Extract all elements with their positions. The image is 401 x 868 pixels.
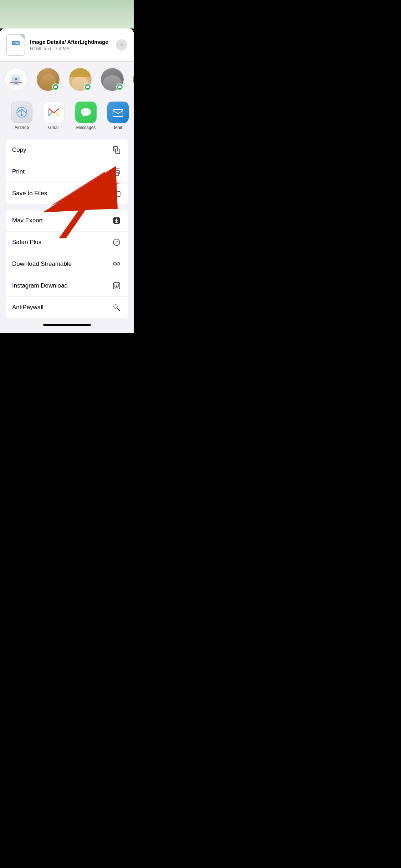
app-gmail[interactable]: Gmail [38,102,70,130]
apps-row: AirDrop Gmail [0,102,134,130]
action-mav-export-label: Mav Export [12,217,43,224]
messages-icon [79,106,92,119]
print-icon [112,167,122,177]
screenshot-icon [112,281,122,291]
file-icon: html [6,34,25,56]
action-safari-plus-label: Safari Plus [12,239,41,246]
download-box-icon-svg [112,216,121,225]
share-sheet: html Image Details/ AfterLightImage HTML… [0,29,134,333]
action-save-to-files[interactable]: Save to Files [6,183,128,204]
download-box-icon [112,216,122,226]
message-badge-icon: 💬 [53,85,58,89]
compass-icon-svg [112,238,121,247]
infinity-icon-svg [112,260,121,268]
airdrop-icon [15,106,28,119]
file-icon-label: html [12,41,20,45]
action-instagram-download[interactable]: Instagram Download [6,275,128,297]
app-mail-label: Mail [114,125,122,130]
svg-point-4 [21,114,23,116]
action-instagram-download-label: Instagram Download [12,282,68,289]
airdrop-contact-icon [8,72,24,87]
mail-icon [112,106,124,119]
action-print-label: Print [12,168,25,175]
action-download-streamable-label: Download Streamable [12,260,72,268]
copy-icon-svg [112,146,121,154]
app-messages[interactable]: Messages [70,102,102,130]
home-bar [43,324,91,326]
close-icon: × [120,42,123,48]
svg-point-7 [83,112,84,113]
message-badge-icon-3: 💬 [118,85,122,89]
action-download-streamable[interactable]: Download Streamable [6,253,128,275]
messages-app-icon [75,102,97,123]
action-antipaywall[interactable]: AntiPaywall [6,297,128,318]
app-airdrop[interactable]: AirDrop [6,102,38,130]
svg-point-26 [116,242,117,243]
action-copy[interactable]: Copy [6,139,128,161]
svg-rect-10 [113,109,123,117]
gmail-app-icon [43,102,65,123]
action-copy-label: Copy [12,146,26,154]
file-header: html Image Details/ AfterLightImage HTML… [0,29,134,62]
key-icon [112,303,122,312]
action-list-1: Copy Print [6,139,128,204]
contacts-row: 💬 💬 [0,62,134,99]
svg-point-9 [88,112,89,113]
infinity-icon [112,259,122,269]
folder-icon-svg [112,189,121,198]
contact-1[interactable]: 💬 [32,68,64,93]
svg-point-8 [86,112,87,113]
key-icon-svg [112,303,121,312]
message-badge-icon-2: 💬 [86,85,90,89]
app-airdrop-label: AirDrop [15,125,29,130]
copy-icon [112,145,122,155]
close-button[interactable]: × [116,39,127,51]
contact-3[interactable]: 💬 [96,68,128,93]
svg-point-22 [118,172,119,172]
background-map [0,0,134,29]
screenshot-icon-svg [112,281,121,290]
action-list-2: Mav Export Safari Plus [6,210,128,318]
action-safari-plus[interactable]: Safari Plus [6,232,128,253]
contact-airdrop[interactable] [0,68,32,93]
gmail-icon [47,106,60,119]
app-gmail-label: Gmail [48,125,59,130]
mail-app-icon [107,102,129,123]
airdrop-app-icon [11,102,32,123]
action-print[interactable]: Print [6,161,128,183]
compass-icon [112,237,122,247]
action-save-to-files-label: Save to Files [12,190,47,197]
action-mav-export[interactable]: Mav Export [6,210,128,232]
action-antipaywall-label: AntiPaywall [12,304,43,311]
home-indicator [0,321,134,333]
app-messages-label: Messages [76,125,96,130]
app-mail[interactable]: Mail [102,102,134,130]
file-subtitle: HTML text · 7.4 MB [30,46,111,51]
apps-section: AirDrop Gmail [0,102,134,136]
file-info: Image Details/ AfterLightImage HTML text… [30,38,111,52]
contact-4[interactable] [128,68,134,93]
contact-2[interactable]: 💬 [64,68,96,93]
print-icon-svg [112,167,121,176]
file-title: Image Details/ AfterLightImage [30,38,111,46]
svg-rect-1 [10,82,22,83]
folder-icon [112,188,122,198]
